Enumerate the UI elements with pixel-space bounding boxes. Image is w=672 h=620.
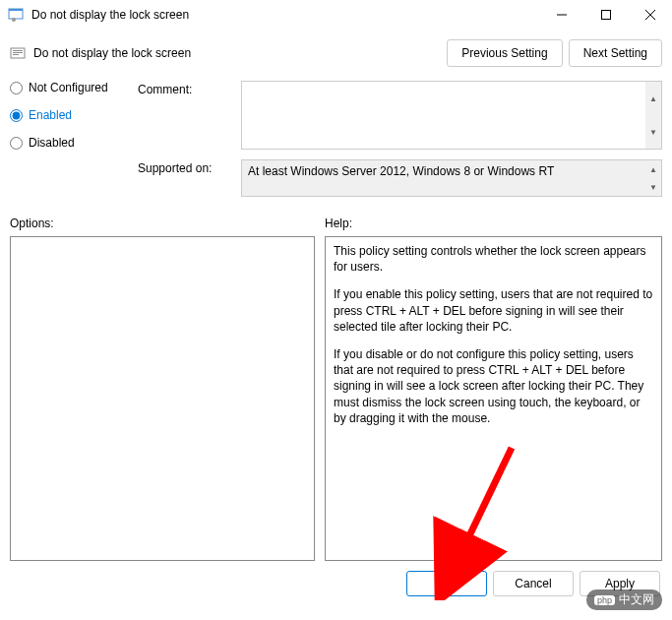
radio-disabled-label: Disabled [29,136,75,150]
ok-button[interactable]: OK [406,571,487,596]
header-row: Do not display the lock screen Previous … [0,30,672,67]
watermark: 中文网 [586,589,662,610]
section-labels: Options: Help: [0,207,672,236]
scroll-up-icon[interactable]: ▲ [645,82,661,115]
previous-setting-button[interactable]: Previous Setting [447,39,562,67]
options-label: Options: [10,217,325,230]
scroll-up-icon[interactable]: ▲ [645,160,661,178]
help-paragraph: If you enable this policy setting, users… [334,286,653,335]
radio-disabled[interactable]: Disabled [10,136,128,150]
help-paragraph: If you disable or do not configure this … [334,346,653,426]
radio-enabled-input[interactable] [10,109,23,122]
svg-rect-1 [9,9,23,11]
help-paragraph: This policy setting controls whether the… [334,243,653,275]
cancel-button[interactable]: Cancel [493,571,574,596]
supported-label: Supported on: [138,159,231,197]
radio-enabled[interactable]: Enabled [10,108,128,122]
window-controls [539,0,672,30]
policy-title: Do not display the lock screen [33,46,447,60]
app-icon [8,7,24,23]
panels-row: This policy setting controls whether the… [0,236,672,561]
maximize-button[interactable] [583,0,628,30]
svg-rect-9 [13,52,23,53]
svg-rect-10 [13,54,19,55]
comment-label: Comment: [138,81,231,150]
scroll-down-icon[interactable]: ▼ [645,178,661,196]
comment-textarea[interactable]: ▲ ▼ [241,81,662,150]
policy-icon [10,45,26,61]
radio-not-configured-input[interactable] [10,82,23,94]
supported-on-box: At least Windows Server 2012, Windows 8 … [241,159,662,197]
svg-rect-4 [601,11,610,20]
close-button[interactable] [628,0,672,30]
scroll-down-icon[interactable]: ▼ [645,115,661,149]
titlebar: Do not display the lock screen [0,0,672,30]
svg-point-2 [12,18,16,22]
next-setting-button[interactable]: Next Setting [569,39,662,67]
radio-enabled-label: Enabled [29,108,72,122]
radio-group: Not Configured Enabled Disabled [10,81,128,197]
window-title: Do not display the lock screen [31,8,539,22]
minimize-button[interactable] [539,0,583,30]
radio-not-configured-label: Not Configured [29,81,108,94]
radio-not-configured[interactable]: Not Configured [10,81,128,94]
svg-rect-8 [13,50,23,51]
radio-disabled-input[interactable] [10,137,23,150]
help-label: Help: [325,217,662,230]
options-panel [10,236,315,561]
help-panel: This policy setting controls whether the… [325,236,662,561]
config-section: Not Configured Enabled Disabled Comment:… [0,67,672,207]
footer-buttons: OK Cancel Apply [0,561,672,606]
supported-on-text: At least Windows Server 2012, Windows 8 … [248,164,554,178]
